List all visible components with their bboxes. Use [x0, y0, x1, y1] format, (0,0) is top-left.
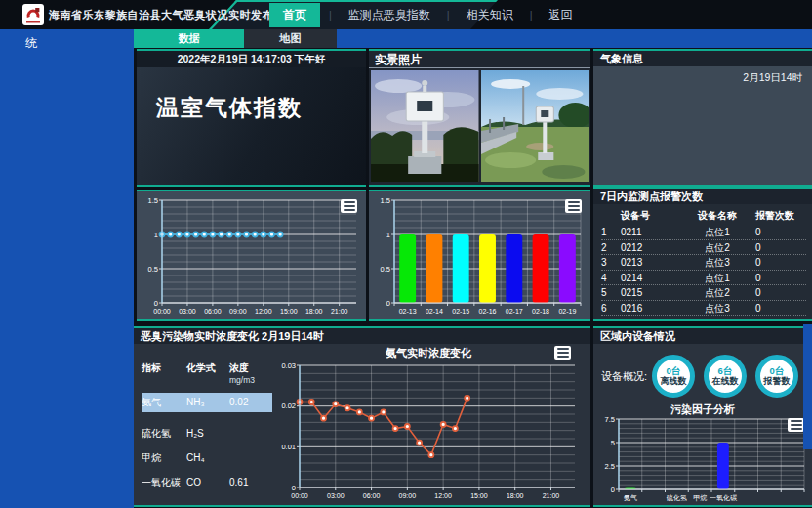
nav-back[interactable]: 返回	[542, 4, 581, 26]
devices-panel-title: 区域内设备情况	[593, 328, 812, 344]
svg-text:0.02: 0.02	[281, 402, 296, 410]
left-sidebar: 统	[0, 29, 134, 508]
pollutant-row-ammonia[interactable]: 氨气 NH₃ 0.02	[142, 393, 272, 412]
col-value-unit: mg/m3	[229, 375, 272, 385]
svg-text:12:00: 12:00	[434, 492, 452, 499]
col-value-label: 浓度	[229, 362, 249, 373]
devices-panel: 区域内设备情况 设备概况: 0台 离线数 6台 在线数 0台 报警数 污染因子分…	[593, 326, 812, 507]
pollutant-value: 0.02	[229, 393, 272, 412]
pollutant-value	[229, 424, 272, 444]
svg-text:09:00: 09:00	[229, 308, 247, 315]
svg-text:5: 5	[611, 439, 615, 447]
sidebar-label: 统	[25, 36, 37, 50]
online-count-badge: 6台 在线数	[704, 355, 747, 398]
photo-right-graphic	[481, 70, 589, 182]
nav-home[interactable]: 首页	[269, 3, 320, 27]
alarm-count: 0台	[770, 366, 785, 376]
svg-text:甲烷: 甲烷	[693, 494, 707, 502]
pollutant-value: 0.61	[229, 473, 272, 492]
svg-text:0.5: 0.5	[381, 265, 390, 274]
svg-text:18:00: 18:00	[305, 308, 323, 315]
svg-text:0: 0	[154, 299, 158, 308]
svg-text:02-13: 02-13	[399, 308, 417, 315]
pollutant-formula: CO	[186, 473, 229, 492]
daily-odor-bar-chart[interactable]: 00.511.502-1302-1402-1502-1602-1702-1802…	[371, 193, 589, 318]
svg-text:2.5: 2.5	[605, 462, 615, 471]
svg-text:02-19: 02-19	[558, 308, 576, 315]
row-index: 1	[601, 225, 621, 240]
pollutant-row-ch4[interactable]: 甲烷 CH₄	[142, 448, 272, 468]
device-id: 0216	[621, 301, 679, 317]
nav-odor-index[interactable]: 监测点恶臭指数	[341, 4, 438, 26]
tab-bar: 数据 地图	[134, 29, 812, 48]
svg-text:02-14: 02-14	[426, 308, 443, 315]
tab-data[interactable]: 数据	[134, 29, 244, 48]
svg-text:02-16: 02-16	[479, 308, 497, 315]
background-strip	[803, 324, 812, 449]
svg-text:氨气: 氨气	[624, 494, 637, 501]
page-title: 温室气体指数	[156, 93, 366, 123]
headline-box: 温室气体指数	[137, 67, 366, 185]
svg-text:02-17: 02-17	[506, 308, 523, 315]
greeting-panel: 2022年2月19日 14:17:03 下午好 温室气体指数	[137, 49, 366, 187]
pollutant-row-co[interactable]: 一氧化碳 CO 0.61	[142, 473, 272, 492]
pollutants-table: 指标 化学式 浓度 mg/m3 氨气 NH₃ 0.02 硫化氢 H₂S 甲烷 C…	[142, 361, 272, 497]
table-row: 4 0214 点位1 0	[601, 271, 806, 286]
offline-count-badge: 0台 离线数	[652, 355, 695, 398]
alarm-count: 0	[755, 240, 806, 256]
pollutant-name: 硫化氢	[142, 424, 186, 444]
alarms-panel: 7日内监测点报警次数 设备号 设备名称 报警次数 1 0211 点位1 0 2 …	[593, 187, 812, 321]
svg-text:1: 1	[154, 231, 158, 239]
pollutant-value	[229, 448, 272, 468]
alarm-count-badge: 0台 报警数	[755, 355, 798, 398]
alarm-count: 0	[755, 255, 806, 271]
device-name: 点位1	[679, 225, 755, 240]
svg-text:06:00: 06:00	[204, 308, 222, 315]
nav-knowledge[interactable]: 相关知识	[459, 4, 521, 26]
svg-text:硫化氢: 硫化氢	[666, 494, 687, 502]
col-value: 浓度 mg/m3	[229, 361, 272, 385]
pollutant-name: 一氧化碳	[142, 473, 186, 492]
pollutants-panel-title: 恶臭污染物实时浓度变化 2月19日14时	[134, 328, 590, 344]
svg-text:0.5: 0.5	[148, 265, 158, 274]
pollutant-row-h2s[interactable]: 硫化氢 H₂S	[142, 424, 272, 444]
chart-toolbox-icon[interactable]	[788, 418, 804, 432]
svg-text:一氧化碳: 一氧化碳	[710, 494, 737, 502]
device-name: 点位3	[679, 301, 755, 317]
svg-text:21:00: 21:00	[331, 308, 348, 315]
pollutants-table-header: 指标 化学式 浓度 mg/m3	[142, 361, 272, 385]
device-overview: 设备概况: 0台 离线数 6台 在线数 0台 报警数	[601, 352, 810, 401]
svg-text:1.5: 1.5	[148, 196, 158, 205]
chart-toolbox-icon[interactable]	[565, 199, 582, 213]
tab-map[interactable]: 地图	[244, 29, 337, 48]
ammonia-line-chart[interactable]: 00.010.020.0300:0003:0006:0009:0012:0015…	[272, 361, 585, 503]
alarm-count: 0	[755, 285, 806, 301]
device-overview-label: 设备概况:	[601, 369, 652, 384]
alarm-count: 0	[755, 301, 806, 317]
greenhouse-line-chart[interactable]: 00.511.500:0003:0006:0009:0012:0015:0018…	[139, 193, 364, 318]
offline-count: 0台	[667, 366, 681, 376]
col-device-name: 设备名称	[679, 208, 755, 225]
svg-text:7.5: 7.5	[605, 416, 615, 424]
photo-left-graphic	[371, 70, 479, 182]
row-index: 3	[601, 255, 621, 271]
alarm-count: 0	[755, 271, 806, 286]
weather-panel-title: 气象信息	[593, 51, 812, 66]
top-bar: 海南省乐东黎族自治县大气恶臭状况实时发布系 首页 | 监测点恶臭指数 | 相关知…	[0, 0, 812, 29]
svg-text:18:00: 18:00	[507, 492, 524, 499]
chart-toolbox-icon[interactable]	[341, 199, 357, 213]
svg-text:0.01: 0.01	[281, 443, 296, 451]
station-photo-left	[371, 70, 479, 182]
pollutant-formula: H₂S	[186, 424, 229, 444]
chart-toolbox-icon[interactable]	[554, 346, 571, 360]
live-photos-panel: 实景照片	[369, 49, 590, 187]
col-formula: 化学式	[186, 361, 229, 385]
app-title: 海南省乐东黎族自治县大气恶臭状况实时发布系	[49, 0, 285, 29]
alarm-label: 报警数	[764, 376, 791, 386]
pollution-factor-bar-chart[interactable]: 02.557.5氨气硫化氢甲烷一氧化碳	[599, 416, 808, 502]
main-nav: 首页 | 监测点恶臭指数 | 相关知识 | 返回	[269, 0, 581, 29]
daily-odor-bar-panel: 00.511.502-1302-1402-1502-1602-1702-1802…	[369, 190, 590, 321]
device-id: 0215	[621, 285, 679, 301]
device-id: 0212	[621, 240, 679, 256]
app-logo	[22, 4, 44, 25]
